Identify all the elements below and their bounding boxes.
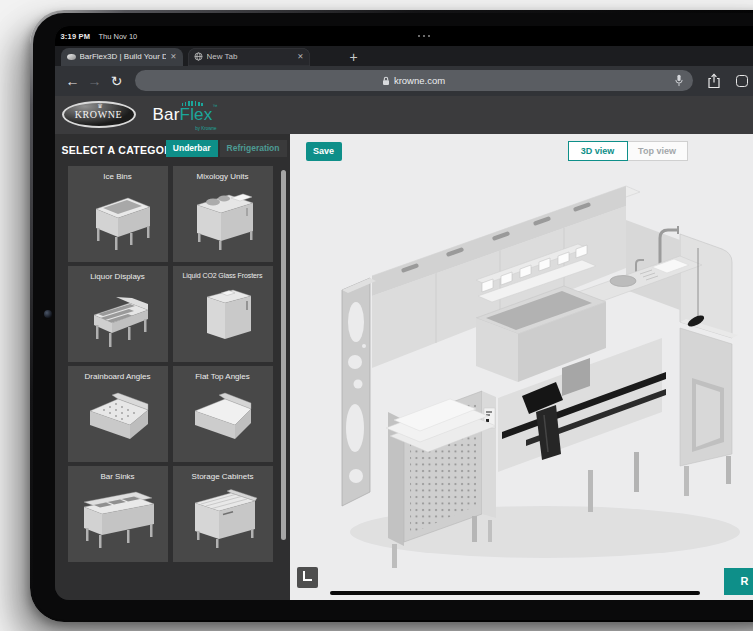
category-storage-cabinets[interactable]: Storage Cabinets: [173, 466, 273, 562]
category-mixology-units[interactable]: Mixology Units: [173, 166, 273, 262]
category-label: Liquor Displays: [90, 272, 145, 281]
lock-icon: [382, 76, 390, 86]
reload-button[interactable]: ↻: [106, 74, 128, 88]
drainboard-angle-thumb-icon: [72, 382, 164, 454]
tab-underbar[interactable]: Underbar: [166, 140, 218, 157]
category-label: Flat Top Angles: [195, 372, 250, 381]
krowne-logo[interactable]: ♛ KROWNE: [62, 101, 136, 128]
category-label: Drainboard Angles: [85, 372, 151, 381]
barflex-flex-text: Flex: [180, 105, 213, 124]
tablet-frame: 3:19 PM Thu Nov 10 BarFlex3D | Build You…: [30, 10, 753, 622]
page: 3:19 PM Thu Nov 10 BarFlex3D | Build You…: [0, 0, 753, 631]
glass-froster-thumb-icon: [177, 280, 269, 352]
tab-barflex3d[interactable]: BarFlex3D | Build Your D ✕: [61, 48, 183, 66]
tab-refrigeration[interactable]: Refrigeration: [220, 140, 287, 157]
design-canvas[interactable]: Save 3D view Top view: [290, 134, 753, 600]
browser-toolbar: ← → ↻ krowne.com: [55, 66, 753, 96]
tab-close-icon[interactable]: ✕: [297, 52, 303, 61]
category-ice-bins[interactable]: Ice Bins: [68, 166, 168, 262]
view-toggle: 3D view Top view: [568, 141, 688, 161]
barflex-favicon-icon: [67, 54, 76, 60]
tab-close-icon[interactable]: ✕: [170, 52, 176, 61]
forward-button[interactable]: →: [84, 74, 106, 88]
sidebar-heading: SELECT A CATEGORY: [62, 144, 180, 156]
status-date: Thu Nov 10: [99, 32, 138, 41]
share-icon[interactable]: [707, 73, 721, 89]
liquor-displays-thumb-icon: [72, 282, 164, 354]
category-tab-group: Underbar Refrigeration: [166, 140, 287, 157]
category-co2-glass-frosters[interactable]: Liquid CO2 Glass Frosters: [173, 266, 273, 362]
mixology-units-thumb-icon: [177, 182, 269, 254]
right-lower-cabinet: [680, 319, 738, 496]
browser-tab-strip: BarFlex3D | Build Your D ✕ New Tab ✕ +: [55, 46, 753, 66]
trademark-symbol: ™: [212, 103, 217, 109]
save-button[interactable]: Save: [306, 142, 342, 161]
tab-new-tab[interactable]: New Tab ✕: [188, 48, 310, 66]
tab-title: New Tab: [207, 52, 294, 61]
tablet-screen: 3:19 PM Thu Nov 10 BarFlex3D | Build You…: [55, 26, 753, 600]
ruler-icon: [303, 571, 312, 581]
home-indicator[interactable]: [330, 591, 700, 595]
barflex-byline: by Krowne: [195, 126, 216, 131]
bar-3d-model[interactable]: [330, 170, 753, 580]
category-label: Liquid CO2 Glass Frosters: [183, 272, 263, 279]
bar-sinks-thumb-icon: [72, 482, 164, 554]
category-drainboard-angles[interactable]: Drainboard Angles: [68, 366, 168, 462]
category-flat-top-angles[interactable]: Flat Top Angles: [173, 366, 273, 462]
partial-teal-button[interactable]: R: [724, 568, 753, 595]
crown-icon: ♛: [98, 103, 103, 109]
globe-icon: [194, 52, 203, 61]
ice-bins-thumb-icon: [72, 182, 164, 254]
site-header: ♛ KROWNE BarFlex™ by Krowne: [55, 96, 753, 134]
storage-cabinet-thumb-icon: [177, 482, 269, 554]
sidebar-scrollbar[interactable]: [281, 170, 286, 540]
address-bar[interactable]: krowne.com: [135, 70, 693, 91]
category-grid: Ice Bins Mixology Units: [68, 166, 273, 562]
mic-icon[interactable]: [674, 74, 684, 87]
tab-switcher-icon[interactable]: [736, 75, 748, 87]
measure-button[interactable]: [297, 567, 318, 588]
tablet-camera: [44, 310, 52, 318]
multitask-dots-icon[interactable]: [418, 35, 431, 38]
view-3d-button[interactable]: 3D view: [568, 141, 628, 161]
status-bar: 3:19 PM Thu Nov 10: [55, 26, 753, 46]
category-label: Mixology Units: [196, 172, 248, 181]
category-sidebar: SELECT A CATEGORY Underbar Refrigeration…: [55, 134, 290, 600]
flat-top-angle-thumb-icon: [177, 382, 269, 454]
back-button[interactable]: ←: [62, 74, 84, 88]
tab-title: BarFlex3D | Build Your D: [80, 52, 167, 61]
category-label: Ice Bins: [103, 172, 131, 181]
barflex-logo: BarFlex™ by Krowne: [153, 100, 213, 130]
url-text: krowne.com: [394, 75, 445, 86]
category-label: Storage Cabinets: [192, 472, 254, 481]
barflex-bar-text: Bar: [153, 105, 180, 124]
category-label: Bar Sinks: [100, 472, 134, 481]
bar-left-end-panel: [342, 278, 376, 506]
category-bar-sinks[interactable]: Bar Sinks: [68, 466, 168, 562]
new-tab-button[interactable]: +: [350, 50, 358, 64]
category-liquor-displays[interactable]: Liquor Displays: [68, 266, 168, 362]
tablet-bezel: 3:19 PM Thu Nov 10 BarFlex3D | Build You…: [33, 13, 753, 620]
barflex-dashes-icon: [182, 101, 203, 107]
view-top-button[interactable]: Top view: [628, 141, 688, 161]
krowne-wordmark: KROWNE: [75, 109, 122, 120]
site-body: SELECT A CATEGORY Underbar Refrigeration…: [55, 134, 753, 600]
status-time: 3:19 PM: [61, 32, 91, 41]
